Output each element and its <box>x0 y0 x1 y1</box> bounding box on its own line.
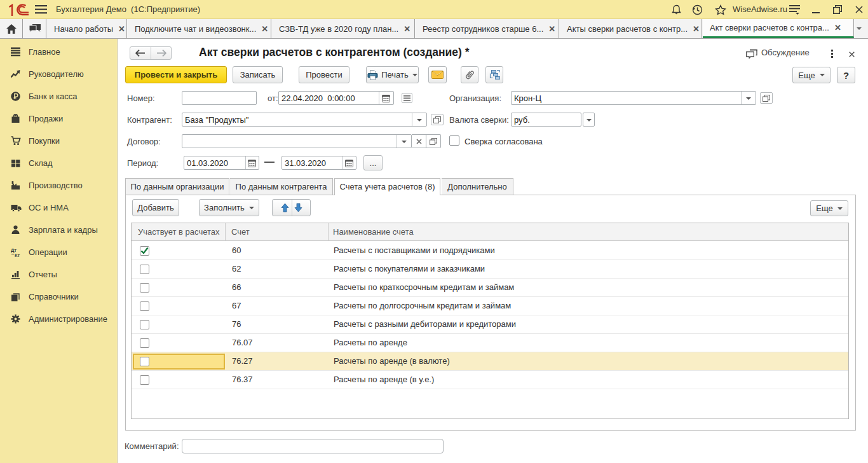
svg-text:Кт: Кт <box>15 252 20 258</box>
